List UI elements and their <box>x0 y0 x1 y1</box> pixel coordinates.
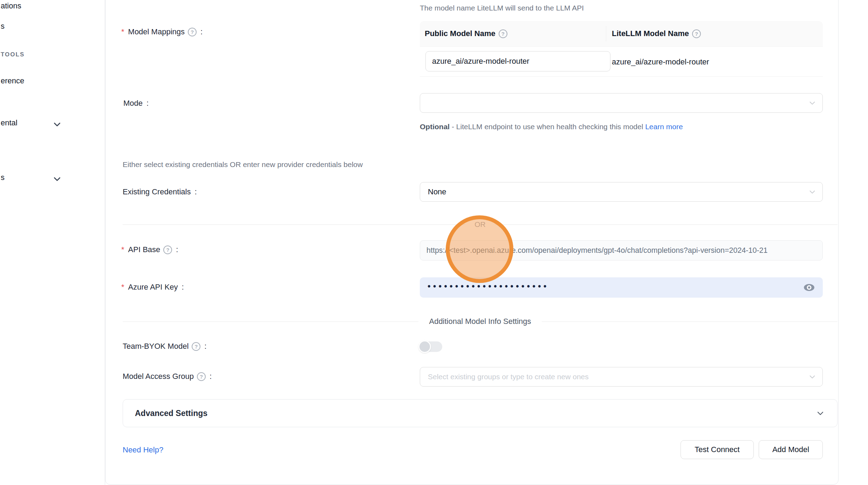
add-model-page: ations s TOOLS erence ental s The model … <box>0 0 868 485</box>
team-byok-toggle[interactable] <box>420 341 442 352</box>
advanced-settings-title: Advanced Settings <box>135 400 207 427</box>
need-help-link[interactable]: Need Help? <box>123 445 163 455</box>
required-mark: * <box>121 27 124 36</box>
existing-credentials-select[interactable]: None <box>420 182 823 202</box>
existing-credentials-label: Existing Credentials : <box>123 187 197 196</box>
model-access-group-label: Model Access Group ? : <box>123 372 212 381</box>
help-icon[interactable]: ? <box>188 28 197 36</box>
chevron-down-icon[interactable] <box>53 120 62 129</box>
help-icon[interactable]: ? <box>692 29 701 38</box>
sidebar-item-truncated-2[interactable]: s <box>1 22 5 31</box>
help-icon[interactable]: ? <box>192 342 200 351</box>
model-mappings-label: * Model Mappings ? : <box>121 27 203 36</box>
learn-more-link[interactable]: Learn more <box>645 123 683 131</box>
advanced-settings-panel[interactable]: Advanced Settings <box>123 399 838 427</box>
chevron-down-icon <box>808 373 816 381</box>
sidebar-item-truncated-3[interactable]: erence <box>1 76 24 85</box>
required-mark: * <box>121 245 124 254</box>
api-base-label: * API Base ? : <box>121 245 178 254</box>
required-mark: * <box>121 283 124 292</box>
litellm-model-name-hint: The model name LiteLLM will send to the … <box>420 4 584 12</box>
litellm-model-name-value: azure_ai/azure-model-router <box>612 57 709 67</box>
existing-credentials-value: None <box>428 182 446 201</box>
chevron-down-icon <box>808 99 816 107</box>
click-indicator <box>446 215 513 283</box>
public-model-name-input[interactable] <box>425 51 610 71</box>
team-byok-label: Team-BYOK Model ? : <box>123 342 206 351</box>
public-model-name-header: Public Model Name ? <box>425 29 507 38</box>
model-access-group-select[interactable]: Select existing groups or type to create… <box>420 367 823 387</box>
chevron-down-icon <box>816 409 825 417</box>
sidebar-item-truncated-1[interactable]: ations <box>1 1 21 11</box>
chevron-down-icon <box>808 188 816 196</box>
additional-settings-divider: Additional Model Info Settings <box>123 316 838 327</box>
sidebar-section-tools: TOOLS <box>1 51 25 58</box>
mode-label: Mode : <box>123 99 149 108</box>
additional-settings-divider-text: Additional Model Info Settings <box>418 317 541 326</box>
add-model-button[interactable]: Add Model <box>759 440 823 459</box>
model-access-group-placeholder: Select existing groups or type to create… <box>428 367 589 386</box>
mode-help-text: Optional - LiteLLM endpoint to use when … <box>420 120 697 134</box>
litellm-model-name-header: LiteLLM Model Name ? <box>612 29 701 38</box>
test-connect-button[interactable]: Test Connect <box>681 440 754 459</box>
column-divider <box>606 26 606 41</box>
chevron-down-icon[interactable] <box>53 174 62 183</box>
sidebar: ations s TOOLS erence ental s <box>0 0 105 485</box>
help-icon[interactable]: ? <box>499 29 507 38</box>
toggle-knob <box>418 340 431 353</box>
help-icon[interactable]: ? <box>163 245 172 254</box>
help-icon[interactable]: ? <box>197 372 206 381</box>
credentials-note: Either select existing credentials OR en… <box>123 160 363 169</box>
mode-select[interactable] <box>420 93 823 113</box>
sidebar-item-truncated-4[interactable]: ental <box>1 118 18 127</box>
sidebar-item-truncated-5[interactable]: s <box>1 173 5 182</box>
eye-icon[interactable] <box>803 282 815 293</box>
azure-api-key-label: * Azure API Key : <box>121 283 184 292</box>
